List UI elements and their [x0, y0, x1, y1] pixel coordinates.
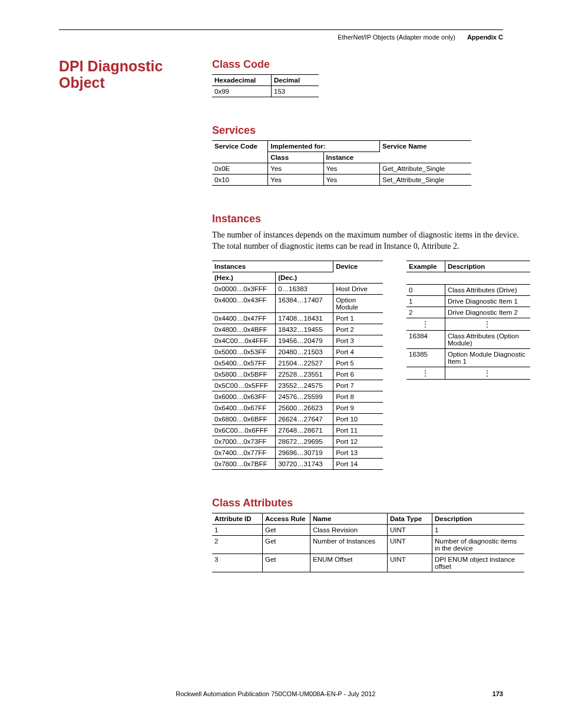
- inst-hex: 0x6000…0x63FF: [212, 391, 276, 402]
- page-footer: Rockwell Automation Publication 750COM-U…: [59, 690, 503, 697]
- th-attr-id: Attribute ID: [212, 513, 263, 524]
- services-heading: Services: [212, 124, 530, 137]
- inst-device: Port 11: [333, 424, 383, 436]
- ca-type: UINT: [388, 554, 432, 572]
- inst-hex: 0x0000…0x3FFF: [212, 283, 276, 294]
- th-dec2: (Dec.): [276, 272, 333, 283]
- ex-id: 2: [406, 307, 445, 318]
- ex-desc: Drive Diagnostic Item 1: [445, 295, 531, 307]
- inst-device: Port 1: [333, 312, 383, 324]
- svc-class: Yes: [268, 163, 323, 174]
- inst-device: Port 14: [333, 458, 383, 469]
- class-code-heading: Class Code: [212, 58, 530, 71]
- ca-desc: Number of diagnostic items in the device: [432, 535, 525, 554]
- ca-id: 3: [212, 554, 263, 572]
- inst-dec: 28672…29695: [276, 436, 333, 447]
- ca-rule: Get: [263, 535, 310, 554]
- inst-hex: 0x5800…0x5BFF: [212, 368, 276, 380]
- inst-hex: 0x4C00…0x4FFF: [212, 335, 276, 346]
- inst-hex: 0x4000…0x43FF: [212, 294, 276, 312]
- cc-hex: 0x99: [212, 86, 272, 97]
- inst-dec: 27648…28671: [276, 424, 333, 436]
- th-desc: Description: [445, 261, 531, 272]
- th-example: Example: [406, 261, 445, 272]
- inst-hex: 0x6C00…0x6FFF: [212, 424, 276, 436]
- ex-desc: Drive Diagnostic Item 2: [445, 307, 531, 318]
- svc-instance: Yes: [323, 163, 380, 174]
- inst-device: Port 10: [333, 413, 383, 424]
- ca-desc: 1: [432, 524, 525, 535]
- th-inst: Instances: [212, 261, 333, 272]
- th-instance: Instance: [323, 152, 380, 163]
- inst-dec: 29696…30719: [276, 447, 333, 458]
- services-table: Service Code Implemented for: Service Na…: [212, 140, 471, 186]
- inst-dec: 21504…22527: [276, 357, 333, 368]
- ex-id: 16384: [406, 330, 445, 348]
- svc-name: Set_Attribute_Single: [380, 174, 471, 186]
- inst-dec: 17408…18431: [276, 312, 333, 324]
- ex-id: ⋮: [406, 318, 445, 330]
- cc-dec: 153: [272, 86, 319, 97]
- inst-hex: 0x4800…0x4BFF: [212, 324, 276, 335]
- running-header: EtherNet/IP Objects (Adapter mode only) …: [59, 34, 503, 41]
- th-class: Class: [268, 152, 323, 163]
- inst-device: Port 8: [333, 391, 383, 402]
- inst-dec: 20480…21503: [276, 346, 333, 357]
- inst-dec: 22528…23551: [276, 368, 333, 380]
- ex-desc: ⋮: [445, 318, 531, 330]
- examples-table: Example Description 0Class Attributes (D…: [406, 261, 530, 380]
- th-hex2: (Hex.): [212, 272, 276, 283]
- ex-id: 1: [406, 295, 445, 307]
- ex-desc: Class Attributes (Drive): [445, 284, 531, 295]
- inst-device: Port 6: [333, 368, 383, 380]
- inst-hex: 0x6800…0x6BFF: [212, 413, 276, 424]
- ex-desc: ⋮: [445, 367, 531, 379]
- inst-device: Option Module: [333, 294, 383, 312]
- class-attr-heading: Class Attributes: [212, 497, 530, 509]
- inst-hex: 0x7800…0x7BFF: [212, 458, 276, 469]
- inst-device: Port 9: [333, 402, 383, 413]
- th-name: Name: [310, 513, 388, 524]
- page-number: 173: [492, 690, 503, 697]
- ex-id: 16385: [406, 348, 445, 367]
- inst-hex: 0x6400…0x67FF: [212, 402, 276, 413]
- th-hex: Hexadecimal: [212, 75, 272, 86]
- inst-dec: 25600…26623: [276, 402, 333, 413]
- class-code-table: Hexadecimal Decimal 0x99 153: [212, 74, 319, 97]
- svc-class: Yes: [268, 174, 323, 186]
- inst-device: Port 4: [333, 346, 383, 357]
- ca-name: ENUM Offset: [310, 554, 388, 572]
- inst-device: Port 7: [333, 380, 383, 391]
- ca-id: 2: [212, 535, 263, 554]
- inst-dec: 19456…20479: [276, 335, 333, 346]
- inst-dec: 26624…27647: [276, 413, 333, 424]
- ca-name: Class Revision: [310, 524, 388, 535]
- ca-name: Number of Instances: [310, 535, 388, 554]
- book-section: EtherNet/IP Objects (Adapter mode only): [338, 34, 455, 41]
- ex-id: ⋮: [406, 367, 445, 379]
- inst-dec: 23552…24575: [276, 380, 333, 391]
- inst-device: Host Drive: [333, 283, 383, 294]
- class-attributes-table: Attribute ID Access Rule Name Data Type …: [212, 513, 524, 572]
- appendix-label: Appendix C: [467, 34, 503, 41]
- ex-desc: Class Attributes (Option Module): [445, 330, 531, 348]
- svc-name: Get_Attribute_Single: [380, 163, 471, 174]
- inst-hex: 0x7400…0x77FF: [212, 447, 276, 458]
- ca-rule: Get: [263, 524, 310, 535]
- inst-dec: 18432…19455: [276, 324, 333, 335]
- ca-desc: DPI ENUM object instance offset: [432, 554, 525, 572]
- inst-device: Port 5: [333, 357, 383, 368]
- inst-device: Port 3: [333, 335, 383, 346]
- inst-hex: 0x5000…0x53FF: [212, 346, 276, 357]
- ca-rule: Get: [263, 554, 310, 572]
- instances-heading: Instances: [212, 213, 530, 225]
- ca-type: UINT: [388, 524, 432, 535]
- inst-dec: 30720…31743: [276, 458, 333, 469]
- inst-dec: 0…16383: [276, 283, 333, 294]
- th-service-code: Service Code: [212, 141, 268, 163]
- ex-desc: Option Module Diagnostic Item 1: [445, 348, 531, 367]
- th-access: Access Rule: [263, 513, 310, 524]
- inst-hex: 0x4400…0x47FF: [212, 312, 276, 324]
- svc-code: 0x10: [212, 174, 268, 186]
- inst-dec: 24576…25599: [276, 391, 333, 402]
